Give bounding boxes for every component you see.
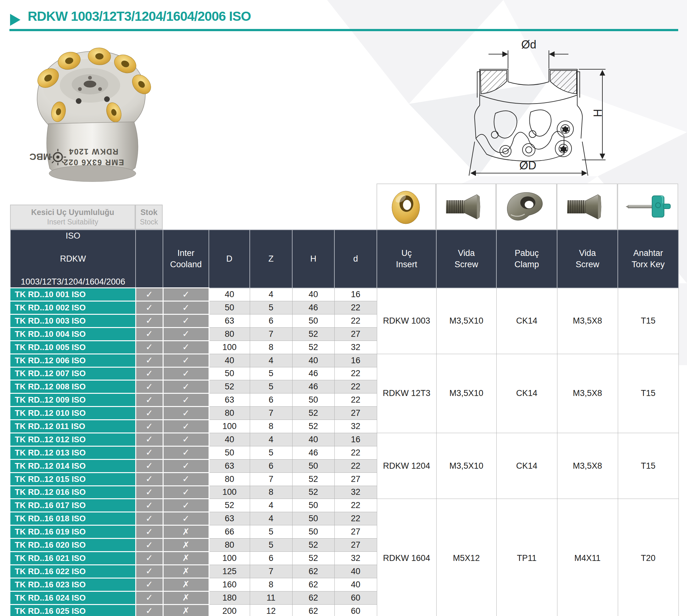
stock-mark: ✓ <box>136 525 163 538</box>
stock-mark: ✓ <box>136 472 163 486</box>
value-d: 40 <box>335 578 377 591</box>
row-code: TK RD..12 013 ISO <box>10 446 136 459</box>
value-D: 80 <box>209 327 250 340</box>
coolant-mark: ✓ <box>163 393 209 407</box>
coolant-mark: ✓ <box>163 486 209 499</box>
value-D: 100 <box>209 420 250 433</box>
insert-photo-cell <box>376 183 436 230</box>
row-code: TK RD..12 009 ISO <box>10 393 136 407</box>
value-H: 52 <box>292 340 335 354</box>
value-Z: 6 <box>250 393 292 407</box>
value-H: 50 <box>292 314 335 327</box>
stock-mark: ✓ <box>136 446 163 459</box>
group-insert: RDKW 1604 <box>377 499 436 616</box>
value-d: 22 <box>335 393 377 407</box>
header-iso: ISO RDKW 1003/12T3/1204/1604/2006 <box>10 230 136 288</box>
group-screw2: M4X11 <box>557 499 618 616</box>
stock-mark: ✓ <box>136 354 163 367</box>
value-Z: 8 <box>250 486 292 499</box>
stock-mark: ✓ <box>136 367 163 380</box>
stock-mark: ✓ <box>136 512 163 525</box>
row-code: TK RD..16 019 ISO <box>10 525 136 538</box>
value-Z: 5 <box>250 446 292 459</box>
value-D: 100 <box>209 340 250 354</box>
group-clamp: CK14 <box>496 433 557 499</box>
value-d: 60 <box>335 591 377 604</box>
dim-label-bottom: ØD <box>519 159 536 172</box>
value-H: 46 <box>292 446 335 459</box>
value-d: 16 <box>335 354 377 367</box>
coolant-mark: ✓ <box>163 327 209 340</box>
header-H: H <box>292 230 335 288</box>
coolant-mark: ✓ <box>163 512 209 525</box>
value-H: 62 <box>292 578 335 591</box>
row-code: TK RD..10 005 ISO <box>10 340 136 354</box>
stock-mark: ✓ <box>136 340 163 354</box>
value-H: 62 <box>292 604 335 616</box>
stock-mark: ✓ <box>136 552 163 565</box>
torx-key-photo-cell <box>617 183 678 230</box>
insert-suitability-en: Insert Suitability <box>47 218 98 227</box>
row-code: TK RD..12 010 ISO <box>10 407 136 420</box>
group-clamp: CK14 <box>496 354 557 433</box>
coolant-mark: ✗ <box>163 591 209 604</box>
title-arrow-icon <box>10 14 20 26</box>
table-row: TK RD..10 001 ISO✓✓4044016RDKW 1003M3,5X… <box>10 288 679 301</box>
coolant-mark: ✓ <box>163 472 209 486</box>
value-D: 200 <box>209 604 250 616</box>
row-code: TK RD..10 003 ISO <box>10 314 136 327</box>
value-d: 16 <box>335 288 377 301</box>
marking-line1: EMR 63X6 022 <box>63 158 124 167</box>
header-coolant: Inter Cooland <box>163 230 209 288</box>
group-screw2: M3,5X8 <box>557 288 618 354</box>
stock-mark: ✓ <box>136 459 163 472</box>
coolant-mark: ✓ <box>163 407 209 420</box>
value-D: 50 <box>209 446 250 459</box>
value-Z: 6 <box>250 552 292 565</box>
value-D: 125 <box>209 565 250 578</box>
header-stock-spacer <box>136 230 163 288</box>
clamp-screw2-photo-cell <box>557 183 617 230</box>
value-D: 50 <box>209 367 250 380</box>
stock-mark: ✓ <box>136 380 163 393</box>
stock-mark: ✓ <box>136 486 163 499</box>
value-d: 32 <box>335 340 377 354</box>
table-header-row: ISO RDKW 1003/12T3/1204/1604/2006 Inter … <box>10 230 679 288</box>
value-D: 80 <box>209 538 250 552</box>
value-d: 40 <box>335 565 377 578</box>
page-title: RDKW 1003/12T3/1204/1604/2006 ISO <box>28 9 251 24</box>
value-D: 40 <box>209 354 250 367</box>
value-D: 100 <box>209 552 250 565</box>
value-d: 27 <box>335 327 377 340</box>
coolant-mark: ✓ <box>163 433 209 446</box>
value-Z: 7 <box>250 565 292 578</box>
coolant-mark: ✓ <box>163 446 209 459</box>
value-d: 22 <box>335 512 377 525</box>
stock-header-tr: Stok <box>140 207 157 218</box>
value-H: 52 <box>292 486 335 499</box>
row-code: TK RD..12 007 ISO <box>10 367 136 380</box>
value-Z: 4 <box>250 512 292 525</box>
value-Z: 7 <box>250 407 292 420</box>
coolant-mark: ✓ <box>163 420 209 433</box>
value-d: 32 <box>335 486 377 499</box>
coolant-mark: ✓ <box>163 340 209 354</box>
value-H: 40 <box>292 354 335 367</box>
group-screw: M3,5X10 <box>436 433 496 499</box>
value-Z: 7 <box>250 327 292 340</box>
clamp-screw-photo-cell <box>436 183 496 230</box>
stock-mark: ✓ <box>136 604 163 616</box>
header-Z: Z <box>250 230 292 288</box>
value-H: 50 <box>292 459 335 472</box>
value-d: 27 <box>335 538 377 552</box>
header-insert: Uç Insert <box>377 230 436 288</box>
stock-header: Stok Stock <box>135 204 163 229</box>
group-torx-key: T20 <box>618 499 679 616</box>
stock-mark: ✓ <box>136 301 163 314</box>
row-code: TK RD..16 025 ISO <box>10 604 136 616</box>
value-H: 46 <box>292 301 335 314</box>
value-D: 52 <box>209 380 250 393</box>
torx-key-icon <box>624 193 671 221</box>
value-d: 32 <box>335 420 377 433</box>
value-D: 160 <box>209 578 250 591</box>
